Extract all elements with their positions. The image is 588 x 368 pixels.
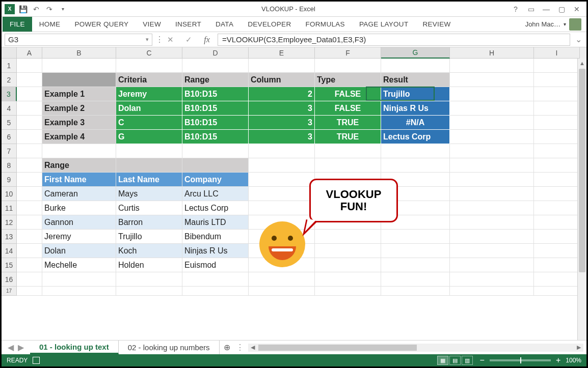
add-sheet-icon[interactable]: ⊕ [220, 341, 235, 354]
table-cell[interactable]: Jeremy [42, 230, 116, 244]
row-header[interactable]: 13 [2, 230, 17, 244]
col-header-B[interactable]: B [42, 47, 116, 59]
col-header-A[interactable]: A [17, 47, 42, 59]
cell[interactable] [534, 258, 580, 272]
cell[interactable] [534, 244, 580, 258]
cell[interactable] [450, 73, 534, 87]
row-header[interactable]: 16 [2, 272, 17, 287]
cell[interactable] [450, 258, 534, 272]
cell[interactable] [381, 287, 450, 296]
cell[interactable] [534, 287, 580, 296]
example-criteria[interactable]: C [116, 116, 182, 130]
table-header-last[interactable]: Last Name [116, 173, 182, 187]
cell[interactable] [17, 73, 42, 87]
cell[interactable] [381, 230, 450, 244]
col-header-I[interactable]: I [534, 47, 580, 59]
row-header[interactable]: 2 [2, 73, 17, 87]
cell[interactable] [381, 258, 450, 272]
row-header[interactable]: 5 [2, 116, 17, 130]
cell[interactable] [315, 258, 381, 272]
cell[interactable] [450, 173, 534, 187]
maximize-icon[interactable]: ▢ [555, 4, 568, 15]
cell[interactable] [116, 144, 182, 158]
cell[interactable] [450, 158, 534, 173]
cell[interactable] [182, 287, 249, 296]
cell[interactable] [17, 258, 42, 272]
cell[interactable] [315, 287, 381, 296]
table-cell[interactable]: Trujillo [116, 230, 182, 244]
col-header-C[interactable]: C [116, 47, 182, 59]
cell[interactable] [450, 101, 534, 116]
cell[interactable] [17, 101, 42, 116]
tab-page-layout[interactable]: PAGE LAYOUT [352, 17, 416, 32]
cell[interactable] [42, 144, 116, 158]
tab-view[interactable]: VIEW [136, 17, 168, 32]
example-label[interactable]: Example 3 [42, 116, 116, 130]
row-header[interactable]: 1 [2, 59, 17, 73]
help-icon[interactable]: ? [509, 4, 522, 15]
cell[interactable] [17, 158, 42, 173]
cell[interactable] [42, 59, 116, 73]
cell[interactable] [17, 272, 42, 287]
cell[interactable] [534, 130, 580, 144]
col-header-F[interactable]: F [315, 47, 381, 59]
row-header[interactable]: 9 [2, 173, 17, 187]
macro-record-icon[interactable] [33, 357, 40, 364]
fx-icon[interactable]: fx [199, 34, 215, 46]
cell[interactable] [116, 272, 182, 287]
cell[interactable] [450, 187, 534, 201]
header-criteria[interactable]: Criteria [116, 73, 182, 87]
cell[interactable] [450, 116, 534, 130]
tab-home[interactable]: HOME [32, 17, 68, 32]
cell[interactable] [116, 59, 182, 73]
redo-icon[interactable]: ↷ [44, 4, 55, 14]
cell[interactable] [182, 144, 249, 158]
cell[interactable] [450, 272, 534, 287]
header-result[interactable]: Result [381, 73, 450, 87]
cell[interactable] [116, 287, 182, 296]
scroll-thumb[interactable] [258, 345, 417, 351]
cell[interactable] [534, 87, 580, 101]
row-header[interactable]: 15 [2, 258, 17, 272]
close-icon[interactable]: ✕ [570, 4, 583, 15]
cell[interactable] [450, 287, 534, 296]
cell[interactable] [17, 244, 42, 258]
table-cell[interactable]: Burke [42, 201, 116, 215]
tab-data[interactable]: DATA [208, 17, 240, 32]
table-cell[interactable]: Euismod [182, 258, 249, 272]
table-cell[interactable]: Cameran [42, 187, 116, 201]
col-header-G[interactable]: G [381, 47, 450, 59]
view-page-break-icon[interactable]: ▥ [462, 356, 473, 365]
example-column[interactable]: 3 [249, 116, 315, 130]
row-header[interactable]: 3 [2, 87, 17, 101]
col-header-H[interactable]: H [450, 47, 534, 59]
qat-customize-icon[interactable]: ▾ [58, 4, 68, 14]
cell[interactable] [17, 116, 42, 130]
example-column[interactable]: 2 [249, 87, 315, 101]
row-header[interactable]: 6 [2, 130, 17, 144]
row-header[interactable]: 14 [2, 244, 17, 258]
cell[interactable] [315, 158, 381, 173]
cell[interactable] [381, 158, 450, 173]
cell[interactable] [42, 287, 116, 296]
cell[interactable] [315, 144, 381, 158]
example-label[interactable]: Example 2 [42, 101, 116, 116]
cell[interactable] [450, 87, 534, 101]
cell[interactable] [17, 287, 42, 296]
cell[interactable] [450, 59, 534, 73]
example-label[interactable]: Example 1 [42, 87, 116, 101]
example-criteria[interactable]: G [116, 130, 182, 144]
horizontal-scrollbar[interactable]: ◀ ▶ [248, 344, 583, 352]
row-header[interactable]: 11 [2, 201, 17, 215]
cell[interactable] [17, 215, 42, 230]
cell[interactable] [17, 59, 42, 73]
scroll-right-icon[interactable]: ▶ [574, 344, 583, 352]
table-cell[interactable]: Bibendum [182, 230, 249, 244]
cell[interactable] [249, 272, 315, 287]
vertical-scrollbar[interactable]: ▲ ▼ [577, 59, 586, 353]
example-range[interactable]: B10:D15 [182, 130, 249, 144]
table-cell[interactable]: Lectus Corp [182, 201, 249, 215]
tab-file[interactable]: FILE [3, 17, 32, 32]
cell[interactable] [450, 215, 534, 230]
cell[interactable] [315, 230, 381, 244]
